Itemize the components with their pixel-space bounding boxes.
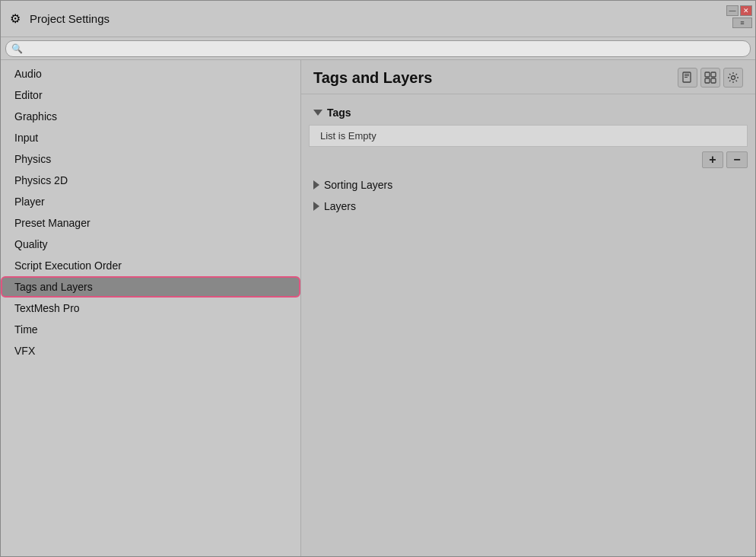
- add-tag-button[interactable]: +: [702, 151, 723, 168]
- sidebar-item-vfx[interactable]: VFX: [1, 340, 300, 361]
- svg-rect-1: [685, 74, 689, 75]
- project-settings-window: ⚙ Project Settings — ✕ ≡ 🔍 AudioEditorGr…: [0, 0, 756, 557]
- sidebar-item-graphics[interactable]: Graphics: [1, 106, 300, 127]
- add-remove-row: + −: [309, 150, 748, 174]
- title-bar: ⚙ Project Settings — ✕ ≡: [1, 1, 755, 37]
- tags-label: Tags: [327, 107, 351, 119]
- svg-point-8: [732, 76, 735, 80]
- sidebar-item-textmesh-pro[interactable]: TextMesh Pro: [1, 298, 300, 319]
- gear-icon: [727, 72, 739, 84]
- settings-icon-button[interactable]: [723, 68, 743, 88]
- tags-list-empty: List is Empty: [309, 125, 748, 147]
- layout-icon: [704, 72, 716, 84]
- sidebar-item-script-execution-order[interactable]: Script Execution Order: [1, 255, 300, 276]
- sidebar-item-preset-manager[interactable]: Preset Manager: [1, 212, 300, 234]
- content-title: Tags and Layers: [313, 69, 432, 87]
- sidebar-item-editor[interactable]: Editor: [1, 84, 300, 106]
- sidebar-item-player[interactable]: Player: [1, 191, 300, 212]
- sidebar-item-audio[interactable]: Audio: [1, 63, 300, 84]
- svg-rect-6: [705, 78, 710, 83]
- window-title: Project Settings: [30, 12, 110, 25]
- search-icon: 🔍: [11, 43, 23, 54]
- app-icon: ⚙: [7, 11, 24, 27]
- svg-rect-2: [685, 75, 689, 76]
- remove-tag-button[interactable]: −: [726, 151, 748, 168]
- sorting-layers-label: Sorting Layers: [324, 179, 392, 191]
- content-body: Tags List is Empty + − Sorting Layers: [301, 94, 755, 556]
- svg-rect-3: [685, 77, 688, 78]
- svg-rect-4: [705, 72, 710, 77]
- sidebar-item-physics[interactable]: Physics: [1, 148, 300, 170]
- sidebar-item-physics2d[interactable]: Physics 2D: [1, 170, 300, 191]
- tags-section-header[interactable]: Tags: [309, 103, 748, 122]
- search-bar: 🔍: [1, 37, 755, 60]
- layers-label: Layers: [324, 200, 356, 212]
- header-icons: [678, 68, 743, 88]
- close-button[interactable]: ✕: [740, 5, 752, 16]
- tags-expand-icon: [313, 110, 322, 116]
- book-icon: [681, 72, 694, 84]
- sidebar-item-quality[interactable]: Quality: [1, 234, 300, 255]
- sorting-layers-section[interactable]: Sorting Layers: [309, 174, 748, 196]
- svg-rect-5: [711, 72, 716, 77]
- content-panel: Tags and Layers: [301, 60, 755, 556]
- minimize-button[interactable]: —: [726, 5, 739, 16]
- sidebar-item-tags-and-layers[interactable]: Tags and Layers: [1, 276, 300, 298]
- sorting-layers-expand-icon: [313, 180, 319, 189]
- search-wrapper: 🔍: [5, 40, 751, 57]
- list-empty-text: List is Empty: [320, 130, 376, 142]
- layers-section[interactable]: Layers: [309, 196, 748, 217]
- window-controls: — ✕ ≡: [726, 5, 752, 28]
- content-header: Tags and Layers: [301, 60, 755, 94]
- sidebar-item-time[interactable]: Time: [1, 319, 300, 340]
- main-layout: AudioEditorGraphicsInputPhysicsPhysics 2…: [1, 60, 755, 556]
- book-icon-button[interactable]: [678, 68, 697, 88]
- search-input[interactable]: [5, 40, 751, 57]
- menu-button[interactable]: ≡: [732, 18, 752, 28]
- layout-icon-button[interactable]: [700, 68, 720, 88]
- sidebar-item-input[interactable]: Input: [1, 127, 300, 148]
- sidebar: AudioEditorGraphicsInputPhysicsPhysics 2…: [1, 60, 301, 556]
- layers-expand-icon: [313, 202, 319, 211]
- svg-rect-7: [711, 78, 716, 83]
